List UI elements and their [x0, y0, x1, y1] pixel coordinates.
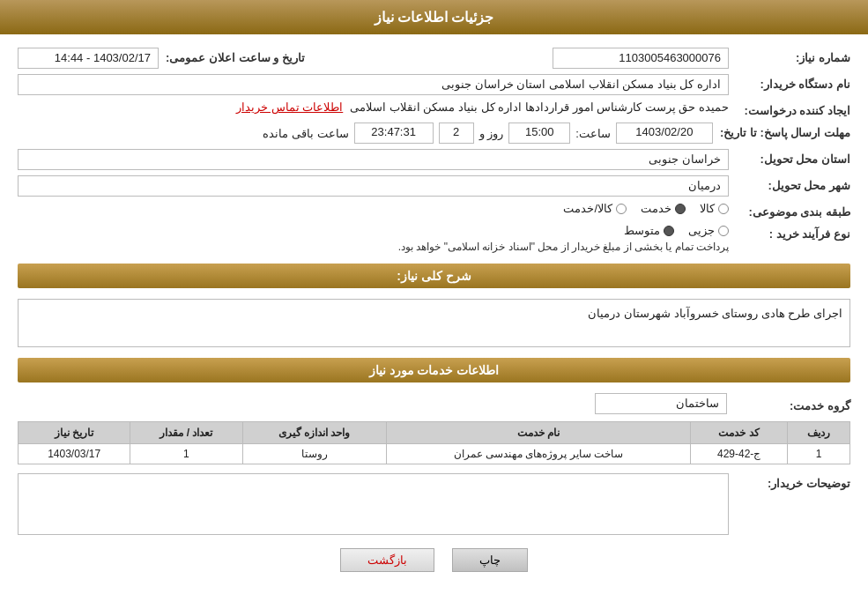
category-radio-khadmat: [675, 204, 686, 214]
category-label-khadmat: خدمت: [641, 202, 671, 215]
need-number-value: 1103005463000076: [330, 48, 729, 69]
description-area: اجرای طرح هادی روستای خسروآباد شهرستان د…: [18, 299, 850, 347]
creator-link[interactable]: اطلاعات تماس خریدار: [236, 100, 343, 114]
deadline-label: مهلت ارسال پاسخ: تا تاریخ:: [720, 123, 850, 139]
purchase-type-label: نوع فرآیند خرید :: [736, 224, 850, 241]
remaining-days-box: 2: [439, 123, 474, 144]
category-options: کالا/خدمت خدمت کالا: [18, 202, 729, 215]
description-section-title: شرح کلی نیاز:: [18, 264, 850, 288]
col-date: تاریخ نیاز: [19, 422, 130, 444]
col-qty: تعداد / مقدار: [130, 422, 242, 444]
creator-value: حمیده حق پرست کارشناس امور قراردادها ادا…: [350, 100, 729, 114]
back-button[interactable]: بازگشت: [340, 548, 434, 572]
table-row: 1 ج-42-429 ساخت سایر پروژه‌های مهندسی عم…: [19, 444, 850, 464]
category-option-kala[interactable]: کالا: [700, 202, 729, 215]
need-number-box: 1103005463000076: [553, 48, 729, 69]
header-title: جزئیات اطلاعات نیاز: [375, 10, 494, 25]
col-code: کد خدمت: [691, 422, 788, 444]
row-date: 1403/03/17: [19, 444, 130, 464]
creator-value-area: حمیده حق پرست کارشناس امور قراردادها ادا…: [18, 100, 729, 114]
remaining-time-box: 23:47:31: [354, 123, 434, 144]
province-value: خراسان جنوبی: [18, 149, 729, 170]
service-group-row: گروه خدمت: ساختمان: [18, 393, 850, 414]
creator-row: ایجاد کننده درخواست: حمیده حق پرست کارشن…: [18, 100, 850, 117]
deadline-date-row: 1403/02/20 ساعت: 15:00 روز و 2 23:47:31 …: [18, 123, 713, 144]
category-label: طبقه بندی موضوعی:: [736, 202, 850, 219]
need-number-label: شماره نیاز:: [736, 48, 850, 64]
purchase-type-options: متوسط جزیی پرداخت تمام یا بخشی از مبلغ خ…: [18, 224, 729, 253]
city-box: درمیان: [18, 175, 729, 197]
buyer-org-box: اداره کل بنیاد مسکن انقلاب اسلامی استان …: [18, 74, 729, 95]
description-value: اجرای طرح هادی روستای خسروآباد شهرستان د…: [588, 307, 842, 320]
category-radio-group: کالا/خدمت خدمت کالا: [18, 202, 729, 215]
row-unit: روستا: [242, 444, 386, 464]
buyer-notes-value: [18, 473, 729, 535]
city-value: درمیان: [18, 175, 729, 197]
col-name: نام خدمت: [386, 422, 691, 444]
buyer-org-label: نام دستگاه خریدار:: [736, 74, 850, 91]
date-box: 1403/02/17 - 14:44: [18, 48, 159, 69]
col-unit: واحد اندازه گیری: [242, 422, 386, 444]
city-label: شهر محل تحویل:: [736, 175, 850, 192]
row-name: ساخت سایر پروژه‌های مهندسی عمران: [386, 444, 691, 464]
row-number: 1: [787, 444, 849, 464]
buyer-notes-box: [18, 473, 729, 535]
date-value: 1403/02/17 - 14:44: [18, 48, 159, 69]
service-group-label: گروه خدمت:: [736, 396, 850, 412]
category-radio-kala-khadmat: [616, 204, 627, 214]
category-option-khadmat[interactable]: خدمت: [641, 202, 686, 215]
need-number-row: شماره نیاز: 1103005463000076 تاریخ و ساع…: [18, 48, 850, 69]
purchase-radio-group: متوسط جزیی: [18, 224, 729, 237]
buyer-notes-row: توضیحات خریدار:: [18, 473, 850, 535]
category-option-kala-khadmat[interactable]: کالا/خدمت: [563, 202, 627, 215]
category-row: طبقه بندی موضوعی: کالا/خدمت خدمت کالا: [18, 202, 850, 219]
deadline-fields: 1403/02/20 ساعت: 15:00 روز و 2 23:47:31 …: [18, 123, 713, 144]
description-box: اجرای طرح هادی روستای خسروآباد شهرستان د…: [18, 299, 850, 347]
print-button[interactable]: چاپ: [452, 548, 528, 572]
row-quantity: 1: [130, 444, 242, 464]
services-section-title: اطلاعات خدمات مورد نیاز: [18, 358, 850, 382]
city-row: شهر محل تحویل: درمیان: [18, 175, 850, 197]
deadline-date-box: 1403/02/20: [616, 123, 713, 144]
description-title-text: شرح کلی نیاز:: [397, 269, 471, 283]
buyer-org-row: نام دستگاه خریدار: اداره کل بنیاد مسکن ا…: [18, 74, 850, 95]
main-content: شماره نیاز: 1103005463000076 تاریخ و ساع…: [0, 34, 868, 598]
deadline-time-label: ساعت:: [575, 127, 611, 140]
purchase-radio-motavasset: [664, 226, 674, 236]
creator-label: ایجاد کننده درخواست:: [736, 100, 850, 117]
page-wrapper: جزئیات اطلاعات نیاز شماره نیاز: 11030054…: [0, 0, 868, 609]
services-title-text: اطلاعات خدمات مورد نیاز: [369, 363, 500, 377]
buttons-row: چاپ بازگشت: [18, 548, 850, 572]
row-code: ج-42-429: [691, 444, 788, 464]
purchase-radio-jozi: [718, 226, 729, 236]
deadline-time-box: 15:00: [508, 123, 570, 144]
purchase-label-motavasset: متوسط: [624, 224, 660, 237]
category-label-kala: کالا: [700, 202, 715, 215]
province-label: استان محل تحویل:: [736, 149, 850, 166]
province-row: استان محل تحویل: خراسان جنوبی: [18, 149, 850, 170]
purchase-option-jozi[interactable]: جزیی: [688, 224, 729, 237]
purchase-type-row: نوع فرآیند خرید : متوسط جزیی پرداخت تمام…: [18, 224, 850, 253]
page-header: جزئیات اطلاعات نیاز: [0, 0, 868, 34]
service-table: ردیف کد خدمت نام خدمت واحد اندازه گیری ت…: [18, 421, 850, 464]
category-label-kala-khadmat: کالا/خدمت: [563, 202, 612, 215]
category-radio-kala: [718, 204, 729, 214]
purchase-type-area: متوسط جزیی پرداخت تمام یا بخشی از مبلغ خ…: [18, 224, 729, 253]
buyer-org-value: اداره کل بنیاد مسکن انقلاب اسلامی استان …: [18, 74, 729, 95]
col-row: ردیف: [787, 422, 849, 444]
purchase-note: پرداخت تمام یا بخشی از مبلغ خریدار از مح…: [18, 241, 729, 253]
purchase-option-motavasset[interactable]: متوسط: [624, 224, 674, 237]
province-box: خراسان جنوبی: [18, 149, 729, 170]
service-group-box: ساختمان: [595, 393, 727, 414]
buyer-notes-label: توضیحات خریدار:: [736, 473, 850, 490]
remaining-label: روز و: [479, 127, 504, 140]
deadline-row: مهلت ارسال پاسخ: تا تاریخ: 1403/02/20 سا…: [18, 123, 850, 144]
purchase-label-jozi: جزیی: [688, 224, 715, 237]
date-label: تاریخ و ساعت اعلان عمومی:: [166, 48, 305, 64]
remaining-suffix: ساعت باقی مانده: [263, 127, 348, 140]
